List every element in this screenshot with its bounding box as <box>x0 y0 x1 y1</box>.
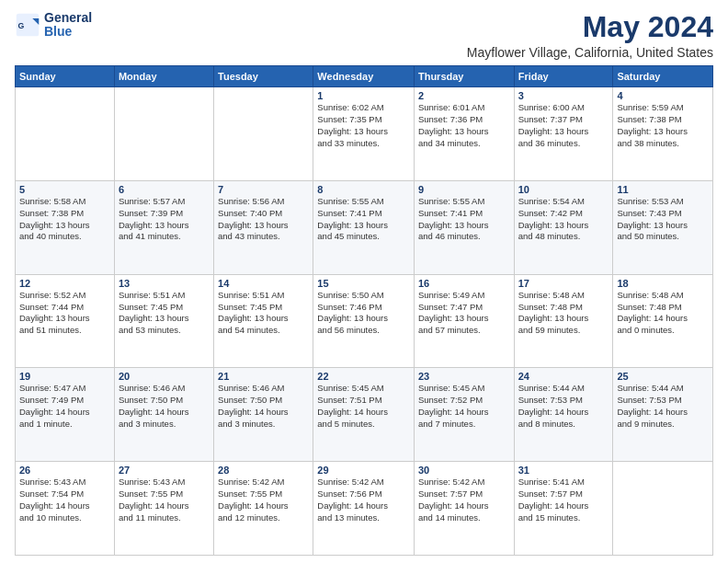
col-friday: Friday <box>514 66 613 87</box>
day-number: 19 <box>19 371 110 382</box>
day-info: Sunrise: 5:52 AMSunset: 7:44 PMDaylight:… <box>19 290 110 337</box>
table-row: 3Sunrise: 6:00 AMSunset: 7:37 PMDaylight… <box>514 87 613 181</box>
day-number: 3 <box>518 90 609 101</box>
day-number: 29 <box>317 465 410 476</box>
logo-text: General Blue <box>44 11 92 40</box>
table-row: 4Sunrise: 5:59 AMSunset: 7:38 PMDaylight… <box>613 87 713 181</box>
col-monday: Monday <box>114 66 213 87</box>
day-number: 12 <box>19 278 110 289</box>
table-row <box>613 462 713 556</box>
table-row: 25Sunrise: 5:44 AMSunset: 7:53 PMDayligh… <box>613 368 713 462</box>
table-row: 15Sunrise: 5:50 AMSunset: 7:46 PMDayligh… <box>313 274 415 368</box>
day-info: Sunrise: 5:48 AMSunset: 7:48 PMDaylight:… <box>617 290 709 337</box>
table-row: 26Sunrise: 5:43 AMSunset: 7:54 PMDayligh… <box>16 462 115 556</box>
day-info: Sunrise: 5:46 AMSunset: 7:50 PMDaylight:… <box>119 383 210 430</box>
page: G General Blue May 2024 Mayflower Villag… <box>0 0 728 563</box>
header: G General Blue May 2024 Mayflower Villag… <box>15 11 713 60</box>
day-info: Sunrise: 5:43 AMSunset: 7:55 PMDaylight:… <box>119 477 210 523</box>
day-number: 24 <box>518 371 609 382</box>
day-number: 13 <box>119 278 210 289</box>
calendar-header-row: Sunday Monday Tuesday Wednesday Thursday… <box>16 66 713 87</box>
col-tuesday: Tuesday <box>214 66 313 87</box>
col-saturday: Saturday <box>613 66 713 87</box>
day-number: 5 <box>19 184 110 195</box>
day-number: 18 <box>617 278 709 289</box>
day-number: 21 <box>218 371 309 382</box>
day-info: Sunrise: 5:49 AMSunset: 7:47 PMDaylight:… <box>418 290 510 337</box>
table-row: 30Sunrise: 5:42 AMSunset: 7:57 PMDayligh… <box>414 462 514 556</box>
table-row: 18Sunrise: 5:48 AMSunset: 7:48 PMDayligh… <box>613 274 713 368</box>
main-title: May 2024 <box>467 11 713 43</box>
table-row: 6Sunrise: 5:57 AMSunset: 7:39 PMDaylight… <box>114 180 213 274</box>
svg-text:G: G <box>18 21 25 30</box>
day-info: Sunrise: 5:55 AMSunset: 7:41 PMDaylight:… <box>418 196 510 243</box>
table-row: 22Sunrise: 5:45 AMSunset: 7:51 PMDayligh… <box>313 368 415 462</box>
col-wednesday: Wednesday <box>313 66 415 87</box>
day-info: Sunrise: 6:00 AMSunset: 7:37 PMDaylight:… <box>518 102 609 149</box>
day-number: 28 <box>218 465 309 476</box>
day-info: Sunrise: 5:44 AMSunset: 7:53 PMDaylight:… <box>617 383 709 430</box>
day-number: 14 <box>218 278 309 289</box>
logo: G General Blue <box>15 11 92 40</box>
table-row: 7Sunrise: 5:56 AMSunset: 7:40 PMDaylight… <box>214 180 313 274</box>
day-number: 16 <box>418 278 510 289</box>
calendar-week-row: 26Sunrise: 5:43 AMSunset: 7:54 PMDayligh… <box>16 462 713 556</box>
table-row: 14Sunrise: 5:51 AMSunset: 7:45 PMDayligh… <box>214 274 313 368</box>
day-info: Sunrise: 5:42 AMSunset: 7:55 PMDaylight:… <box>218 477 309 523</box>
day-info: Sunrise: 5:47 AMSunset: 7:49 PMDaylight:… <box>19 383 110 430</box>
table-row: 31Sunrise: 5:41 AMSunset: 7:57 PMDayligh… <box>514 462 613 556</box>
day-info: Sunrise: 5:41 AMSunset: 7:57 PMDaylight:… <box>518 477 609 523</box>
table-row: 23Sunrise: 5:45 AMSunset: 7:52 PMDayligh… <box>414 368 514 462</box>
table-row: 5Sunrise: 5:58 AMSunset: 7:38 PMDaylight… <box>16 180 115 274</box>
day-number: 6 <box>119 184 210 195</box>
table-row: 9Sunrise: 5:55 AMSunset: 7:41 PMDaylight… <box>414 180 514 274</box>
table-row: 11Sunrise: 5:53 AMSunset: 7:43 PMDayligh… <box>613 180 713 274</box>
day-number: 10 <box>518 184 609 195</box>
calendar-week-row: 19Sunrise: 5:47 AMSunset: 7:49 PMDayligh… <box>16 368 713 462</box>
table-row: 16Sunrise: 5:49 AMSunset: 7:47 PMDayligh… <box>414 274 514 368</box>
day-number: 17 <box>518 278 609 289</box>
day-number: 11 <box>617 184 709 195</box>
day-number: 9 <box>418 184 510 195</box>
table-row: 2Sunrise: 6:01 AMSunset: 7:36 PMDaylight… <box>414 87 514 181</box>
day-info: Sunrise: 5:57 AMSunset: 7:39 PMDaylight:… <box>119 196 210 243</box>
day-info: Sunrise: 5:59 AMSunset: 7:38 PMDaylight:… <box>617 102 709 149</box>
day-info: Sunrise: 5:56 AMSunset: 7:40 PMDaylight:… <box>218 196 309 243</box>
day-info: Sunrise: 5:51 AMSunset: 7:45 PMDaylight:… <box>119 290 210 337</box>
day-number: 31 <box>518 465 609 476</box>
table-row: 28Sunrise: 5:42 AMSunset: 7:55 PMDayligh… <box>214 462 313 556</box>
table-row <box>114 87 213 181</box>
day-number: 8 <box>317 184 410 195</box>
calendar-week-row: 12Sunrise: 5:52 AMSunset: 7:44 PMDayligh… <box>16 274 713 368</box>
day-info: Sunrise: 5:44 AMSunset: 7:53 PMDaylight:… <box>518 383 609 430</box>
subtitle: Mayflower Village, California, United St… <box>467 45 713 60</box>
col-sunday: Sunday <box>16 66 115 87</box>
table-row: 20Sunrise: 5:46 AMSunset: 7:50 PMDayligh… <box>114 368 213 462</box>
day-info: Sunrise: 5:48 AMSunset: 7:48 PMDaylight:… <box>518 290 609 337</box>
day-info: Sunrise: 5:42 AMSunset: 7:57 PMDaylight:… <box>418 477 510 523</box>
day-info: Sunrise: 5:50 AMSunset: 7:46 PMDaylight:… <box>317 290 410 337</box>
table-row: 29Sunrise: 5:42 AMSunset: 7:56 PMDayligh… <box>313 462 415 556</box>
col-thursday: Thursday <box>414 66 514 87</box>
table-row: 10Sunrise: 5:54 AMSunset: 7:42 PMDayligh… <box>514 180 613 274</box>
table-row: 13Sunrise: 5:51 AMSunset: 7:45 PMDayligh… <box>114 274 213 368</box>
day-info: Sunrise: 5:43 AMSunset: 7:54 PMDaylight:… <box>19 477 110 523</box>
calendar-week-row: 5Sunrise: 5:58 AMSunset: 7:38 PMDaylight… <box>16 180 713 274</box>
table-row: 21Sunrise: 5:46 AMSunset: 7:50 PMDayligh… <box>214 368 313 462</box>
day-number: 22 <box>317 371 410 382</box>
table-row: 19Sunrise: 5:47 AMSunset: 7:49 PMDayligh… <box>16 368 115 462</box>
day-info: Sunrise: 5:42 AMSunset: 7:56 PMDaylight:… <box>317 477 410 523</box>
logo-general-text: General <box>44 11 92 25</box>
day-number: 2 <box>418 90 510 101</box>
day-number: 20 <box>119 371 210 382</box>
day-info: Sunrise: 5:46 AMSunset: 7:50 PMDaylight:… <box>218 383 309 430</box>
day-number: 7 <box>218 184 309 195</box>
day-info: Sunrise: 5:45 AMSunset: 7:51 PMDaylight:… <box>317 383 410 430</box>
day-info: Sunrise: 5:51 AMSunset: 7:45 PMDaylight:… <box>218 290 309 337</box>
day-info: Sunrise: 5:55 AMSunset: 7:41 PMDaylight:… <box>317 196 410 243</box>
day-number: 15 <box>317 278 410 289</box>
day-number: 27 <box>119 465 210 476</box>
table-row <box>214 87 313 181</box>
day-info: Sunrise: 5:53 AMSunset: 7:43 PMDaylight:… <box>617 196 709 243</box>
logo-icon: G <box>15 12 40 38</box>
